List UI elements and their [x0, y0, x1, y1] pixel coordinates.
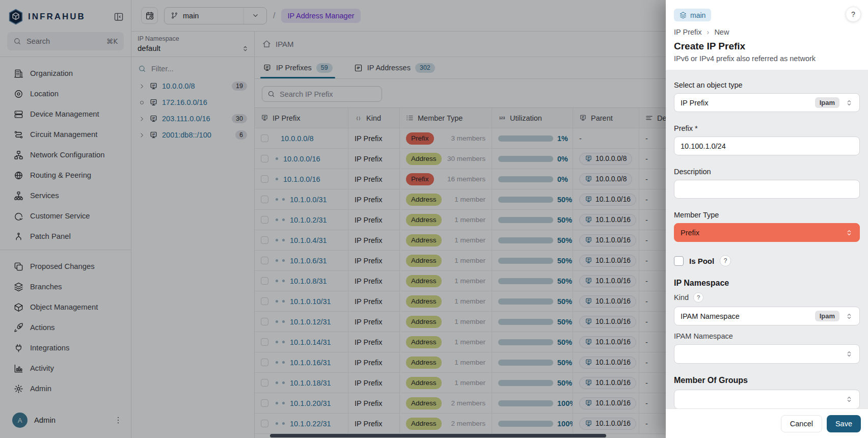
is-pool-help-button[interactable]: ?	[720, 255, 731, 266]
chevrons-updown-icon	[845, 350, 853, 358]
member-of-groups-heading: Member Of Groups	[674, 376, 860, 385]
description-field[interactable]	[674, 180, 860, 199]
is-pool-checkbox[interactable]	[674, 256, 684, 266]
cancel-button[interactable]: Cancel	[781, 415, 822, 432]
chevrons-updown-icon	[845, 312, 853, 320]
object-type-value: IP Prefix	[681, 99, 709, 107]
kind-value: IPAM Namespace	[681, 312, 740, 320]
member-type-label: Member Type	[674, 211, 860, 219]
kind-row: Kind ?	[674, 292, 860, 303]
kind-help-button[interactable]: ?	[693, 292, 703, 303]
chevrons-updown-icon	[845, 229, 853, 237]
breadcrumb-chevron: ›	[707, 28, 710, 36]
drawer-header: main ? IP Prefix › New Create IP Prefix …	[666, 0, 868, 70]
drawer-footer: Cancel Save	[666, 408, 868, 438]
ipam-namespace-select[interactable]	[674, 344, 860, 364]
kind-namespace-badge: Ipam	[815, 311, 839, 321]
drawer-title: Create IP Prefix	[674, 41, 860, 52]
help-button[interactable]: ?	[846, 7, 861, 22]
description-input[interactable]	[681, 185, 853, 194]
prefix-input[interactable]	[681, 142, 853, 150]
save-button[interactable]: Save	[827, 415, 861, 432]
ipam-namespace-label: IPAM Namespace	[674, 332, 860, 340]
branch-badge-label: main	[690, 11, 706, 19]
object-type-select[interactable]: IP Prefix Ipam	[674, 93, 860, 112]
drawer-breadcrumb: IP Prefix › New	[674, 28, 860, 36]
kind-select[interactable]: IPAM Namespace Ipam	[674, 307, 860, 325]
layers-icon	[680, 12, 687, 19]
create-ip-prefix-drawer: main ? IP Prefix › New Create IP Prefix …	[666, 0, 868, 438]
member-type-value: Prefix	[681, 229, 699, 237]
prefix-label: Prefix *	[674, 124, 860, 132]
member-type-select[interactable]: Prefix	[674, 223, 860, 242]
object-type-label: Select an object type	[674, 81, 860, 89]
object-type-namespace-badge: Ipam	[815, 97, 839, 108]
is-pool-label: Is Pool	[689, 257, 714, 265]
chevrons-updown-icon	[845, 99, 853, 107]
breadcrumb-parent[interactable]: IP Prefix	[674, 28, 702, 36]
member-of-groups-select[interactable]	[674, 390, 860, 408]
ip-namespace-heading: IP Namespace	[674, 279, 860, 288]
branch-badge: main	[674, 9, 711, 21]
breadcrumb-current: New	[714, 28, 729, 36]
app-window: INFRAHUB ⌘K Organization Location	[0, 0, 868, 438]
chevrons-updown-icon	[845, 395, 853, 403]
kind-label: Kind	[674, 293, 689, 302]
description-label: Description	[674, 168, 860, 176]
is-pool-row: Is Pool ?	[674, 255, 860, 266]
prefix-field[interactable]	[674, 136, 860, 155]
drawer-subtitle: IPv6 or IPv4 prefix also referred as net…	[674, 54, 860, 63]
drawer-form: Select an object type IP Prefix Ipam Pre…	[666, 70, 868, 408]
